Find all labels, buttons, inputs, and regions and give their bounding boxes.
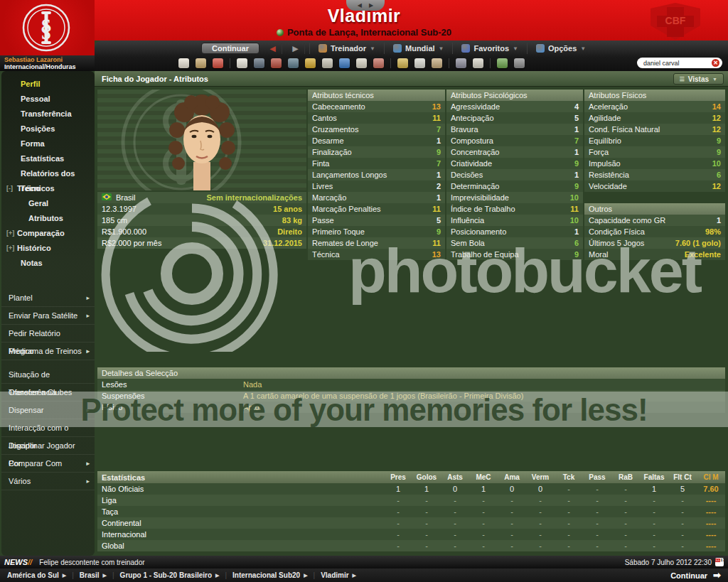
attribute-row: Lançamentos Longos1: [308, 169, 445, 180]
attribute-row: Força9: [584, 146, 725, 158]
stats-cell: -: [526, 507, 555, 516]
news-document-icon[interactable]: [356, 58, 367, 68]
other-label: Capacidade como GR: [589, 216, 665, 225]
other-value: 98%: [705, 227, 721, 236]
attribute-label: Velocidade: [589, 182, 627, 190]
action-varios[interactable]: Vários▸: [1, 473, 95, 490]
attribute-row: Imprevisibilidade10: [446, 192, 583, 203]
menu-favoritos[interactable]: Favoritos▼: [452, 43, 526, 54]
search-box[interactable]: ✕: [637, 58, 722, 68]
expand-icon[interactable]: [+]: [6, 241, 14, 256]
action-dispensar[interactable]: Dispensar▸: [1, 402, 95, 419]
breadcrumb-vladimir[interactable]: Vladimir▶: [321, 571, 356, 579]
breadcrumb-america-do-sul[interactable]: América do Sul▶: [7, 571, 66, 579]
stats-header-cell: Faltas: [640, 473, 668, 481]
panic-icon[interactable]: [514, 58, 525, 68]
menu-treinador[interactable]: Treinador▼: [309, 43, 384, 54]
awards-icon[interactable]: [432, 58, 442, 68]
history-back-icon[interactable]: ◀: [264, 43, 282, 54]
expand-icon[interactable]: [+]: [6, 226, 14, 241]
stats-cell: 1: [384, 485, 412, 493]
back-ear-icon[interactable]: ◀: [358, 2, 362, 9]
breadcrumb-label: Brasil: [80, 571, 100, 579]
sidebar-item-treino[interactable]: [-]Treino: [1, 181, 95, 196]
footer-continue-button[interactable]: Continuar➡: [670, 570, 721, 581]
home-icon[interactable]: [178, 58, 189, 68]
stats-header-cell: MeC: [469, 473, 498, 481]
history-forward-icon[interactable]: ▶: [287, 43, 305, 54]
sidebar-item-relatorios-dos-tecnicos[interactable]: Relatórios dos Técnicos: [1, 166, 95, 181]
player-info-row: R$2.000 por mês31.12.2015: [97, 237, 306, 249]
attribute-row: Compostura7: [446, 135, 583, 146]
action-interaccao-com-o-jogador[interactable]: Interacção com o Jogador: [1, 419, 95, 437]
sidebar-item-comparacao[interactable]: [+]Comparação: [1, 226, 95, 241]
sidebar-item-pessoal[interactable]: Pessoal: [1, 92, 95, 107]
news-bar: NEWS// Felipe descontente com treinador …: [0, 556, 728, 568]
window-nav-ears[interactable]: ◀▶: [346, 0, 385, 11]
continue-button[interactable]: Continuar: [201, 43, 259, 54]
stats-cell: -: [412, 541, 441, 550]
world-globe-icon[interactable]: [339, 58, 350, 68]
training-icon[interactable]: [271, 58, 282, 68]
views-button[interactable]: ☰ Vistas▼: [673, 73, 724, 85]
notes-icon[interactable]: [473, 58, 483, 68]
sidebar-item-perfil[interactable]: Perfil: [1, 77, 95, 92]
sidebar-item-notas[interactable]: Notas: [1, 256, 95, 271]
menu-opcoes[interactable]: Opções▼: [527, 43, 594, 54]
sidebar-item-transferencia[interactable]: Transferência: [1, 107, 95, 122]
finances-coin-icon[interactable]: [305, 58, 316, 68]
stats-cell: -: [640, 507, 668, 516]
manager-bar: Sebastiao Lazaroni Internacional/Hondura…: [0, 55, 95, 71]
breadcrumb-label: Grupo 1 - Sub-20 Brasileiro: [120, 571, 212, 579]
action-disciplinar-jogador-por[interactable]: Disciplinar Jogador Por▸: [1, 437, 95, 455]
breadcrumb-arrow-icon: ▶: [63, 573, 66, 578]
action-programa-de-treinos[interactable]: Programa de Treinos▸: [1, 343, 95, 360]
contract-clipboard-icon[interactable]: [322, 58, 333, 68]
action-plantel[interactable]: Plantel▸: [1, 289, 95, 307]
breadcrumb-grupo-1-sub-20-brasileiro[interactable]: Grupo 1 - Sub-20 Brasileiro▶: [120, 571, 220, 579]
competitions-trophy-icon[interactable]: [397, 58, 408, 68]
stats-cell: -: [640, 541, 668, 550]
menu-mundial[interactable]: Mundial▼: [384, 43, 452, 54]
page-title: Ficha do Jogador - Atributos: [95, 71, 728, 87]
attribute-label: Concentração: [451, 148, 500, 156]
calendar-date-icon[interactable]: JUL17: [715, 558, 724, 566]
sidebar: PerfilPessoalTransferênciaPosiçõesFormaE…: [1, 71, 95, 556]
help-icon[interactable]: [497, 58, 508, 68]
squad-icon[interactable]: [237, 58, 247, 68]
action-oferecer-a-clubes[interactable]: Oferecer a Clubes: [1, 384, 95, 402]
news-headline[interactable]: Felipe descontente com treinador: [39, 559, 144, 566]
submenu-arrow-icon: ▸: [86, 289, 90, 307]
stats-row-label: Não Oficiais: [97, 485, 384, 493]
attribute-label: Finta: [312, 159, 329, 168]
sidebar-item-geral[interactable]: Geral: [1, 196, 95, 211]
breadcrumb-brasil[interactable]: Brasil▶: [80, 571, 107, 579]
breadcrumb-internacional-sub20[interactable]: Internacional Sub20▶: [232, 571, 307, 579]
breadcrumb-separator: |: [314, 571, 316, 579]
sidebar-item-historico[interactable]: [+]Histórico: [1, 241, 95, 256]
stats-cell: -: [555, 541, 583, 550]
attribute-value: 11: [432, 205, 441, 213]
search-clear-icon[interactable]: ✕: [712, 59, 719, 67]
transfers-arrows-icon[interactable]: [373, 58, 384, 68]
action-pedir-relatorio-medico[interactable]: Pedir Relatório Médico▸: [1, 325, 95, 343]
action-comparar-com[interactable]: Comparar Com▸: [1, 455, 95, 473]
action-enviar-para-satelite[interactable]: Enviar Para Satélite▸: [1, 307, 95, 325]
collapse-icon[interactable]: [-]: [6, 181, 13, 196]
action-situacao-de-transferencia[interactable]: Situação de Transferência: [1, 366, 95, 384]
tactics-icon[interactable]: [254, 58, 264, 68]
scouting-binoculars-icon[interactable]: [288, 58, 299, 68]
sidebar-item-posicoes[interactable]: Posições: [1, 122, 95, 136]
calendar-icon[interactable]: [213, 58, 223, 68]
attribute-value: 10: [570, 193, 579, 202]
sidebar-item-forma[interactable]: Forma: [1, 136, 95, 151]
sidebar-item-estatisticas[interactable]: Estatísticas: [1, 151, 95, 166]
stats-header-cell: Verm: [526, 473, 555, 481]
forward-ear-icon[interactable]: ▶: [369, 2, 373, 9]
sidebar-item-atributos[interactable]: Atributos: [1, 211, 95, 226]
search-input[interactable]: [643, 60, 712, 67]
player-search-icon[interactable]: [456, 58, 466, 68]
inbox-icon[interactable]: [196, 58, 206, 68]
club-info-icon[interactable]: [414, 58, 425, 68]
stats-cell: -: [668, 530, 697, 539]
